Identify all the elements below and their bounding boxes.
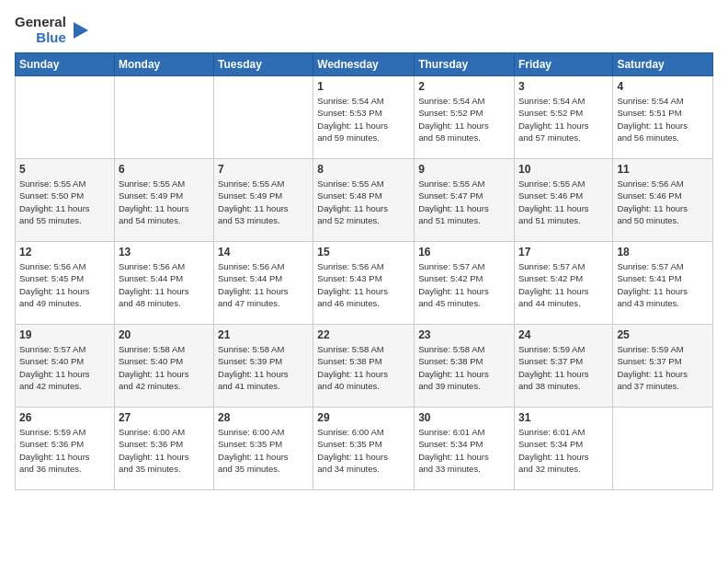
day-info: Sunrise: 5:55 AM Sunset: 5:50 PM Dayligh… — [19, 178, 110, 226]
calendar-cell: 11Sunrise: 5:56 AM Sunset: 5:46 PM Dayli… — [613, 159, 713, 242]
day-info: Sunrise: 5:54 AM Sunset: 5:52 PM Dayligh… — [518, 95, 609, 144]
day-number: 24 — [518, 328, 609, 341]
day-number: 26 — [19, 411, 110, 424]
calendar-cell: 21Sunrise: 5:58 AM Sunset: 5:39 PM Dayli… — [214, 325, 313, 408]
day-info: Sunrise: 5:55 AM Sunset: 5:48 PM Dayligh… — [317, 178, 410, 226]
calendar-cell: 17Sunrise: 5:57 AM Sunset: 5:42 PM Dayli… — [514, 242, 612, 325]
calendar-cell — [16, 76, 115, 159]
day-info: Sunrise: 6:01 AM Sunset: 5:34 PM Dayligh… — [518, 426, 609, 475]
day-info: Sunrise: 5:56 AM Sunset: 5:43 PM Dayligh… — [317, 260, 410, 309]
calendar-cell — [114, 76, 213, 159]
calendar-cell: 15Sunrise: 5:56 AM Sunset: 5:43 PM Dayli… — [313, 242, 415, 325]
day-number: 16 — [418, 246, 510, 259]
day-info: Sunrise: 5:55 AM Sunset: 5:47 PM Dayligh… — [418, 178, 510, 226]
weekday-header: Saturday — [613, 53, 713, 76]
day-number: 6 — [119, 163, 210, 176]
day-info: Sunrise: 5:57 AM Sunset: 5:41 PM Dayligh… — [617, 260, 709, 309]
calendar-week-row: 12Sunrise: 5:56 AM Sunset: 5:45 PM Dayli… — [16, 242, 713, 325]
logo-arrow-icon — [70, 20, 90, 40]
day-number: 4 — [617, 80, 709, 93]
calendar-cell: 16Sunrise: 5:57 AM Sunset: 5:42 PM Dayli… — [415, 242, 515, 325]
calendar-cell — [214, 76, 313, 159]
day-info: Sunrise: 5:56 AM Sunset: 5:44 PM Dayligh… — [218, 260, 309, 309]
day-number: 30 — [418, 411, 510, 424]
day-info: Sunrise: 6:00 AM Sunset: 5:35 PM Dayligh… — [218, 426, 309, 475]
calendar-week-row: 1Sunrise: 5:54 AM Sunset: 5:53 PM Daylig… — [16, 76, 713, 159]
day-number: 14 — [218, 246, 309, 259]
day-info: Sunrise: 5:56 AM Sunset: 5:46 PM Dayligh… — [617, 178, 709, 226]
calendar-cell: 14Sunrise: 5:56 AM Sunset: 5:44 PM Dayli… — [214, 242, 313, 325]
calendar-cell: 2Sunrise: 5:54 AM Sunset: 5:52 PM Daylig… — [415, 76, 515, 159]
day-number: 10 — [518, 163, 609, 176]
logo-blue: Blue — [36, 30, 66, 46]
day-info: Sunrise: 6:00 AM Sunset: 5:36 PM Dayligh… — [119, 426, 210, 475]
calendar-cell: 29Sunrise: 6:00 AM Sunset: 5:35 PM Dayli… — [313, 408, 415, 490]
calendar-cell: 4Sunrise: 5:54 AM Sunset: 5:51 PM Daylig… — [613, 76, 713, 159]
weekday-header: Wednesday — [313, 53, 415, 76]
day-number: 8 — [317, 163, 410, 176]
day-info: Sunrise: 5:58 AM Sunset: 5:39 PM Dayligh… — [218, 343, 309, 392]
page-header: General Blue — [15, 15, 713, 45]
calendar-cell: 27Sunrise: 6:00 AM Sunset: 5:36 PM Dayli… — [114, 408, 213, 490]
day-number: 25 — [617, 328, 709, 341]
day-number: 23 — [418, 328, 510, 341]
calendar-cell: 8Sunrise: 5:55 AM Sunset: 5:48 PM Daylig… — [313, 159, 415, 242]
day-info: Sunrise: 5:58 AM Sunset: 5:40 PM Dayligh… — [119, 343, 210, 392]
day-number: 18 — [617, 246, 709, 259]
day-info: Sunrise: 5:55 AM Sunset: 5:49 PM Dayligh… — [119, 178, 210, 226]
day-number: 5 — [19, 163, 110, 176]
logo-general: General — [15, 15, 66, 30]
calendar-cell: 20Sunrise: 5:58 AM Sunset: 5:40 PM Dayli… — [114, 325, 213, 408]
day-number: 1 — [317, 80, 410, 93]
calendar-cell: 31Sunrise: 6:01 AM Sunset: 5:34 PM Dayli… — [514, 408, 612, 490]
calendar-cell: 12Sunrise: 5:56 AM Sunset: 5:45 PM Dayli… — [16, 242, 115, 325]
day-info: Sunrise: 6:01 AM Sunset: 5:34 PM Dayligh… — [418, 426, 510, 475]
calendar-cell: 30Sunrise: 6:01 AM Sunset: 5:34 PM Dayli… — [415, 408, 515, 490]
day-info: Sunrise: 5:55 AM Sunset: 5:46 PM Dayligh… — [518, 178, 609, 226]
weekday-header: Thursday — [415, 53, 515, 76]
day-info: Sunrise: 5:54 AM Sunset: 5:52 PM Dayligh… — [418, 95, 510, 144]
day-number: 29 — [317, 411, 410, 424]
calendar-cell: 24Sunrise: 5:59 AM Sunset: 5:37 PM Dayli… — [514, 325, 612, 408]
calendar-cell: 1Sunrise: 5:54 AM Sunset: 5:53 PM Daylig… — [313, 76, 415, 159]
day-info: Sunrise: 5:59 AM Sunset: 5:37 PM Dayligh… — [617, 343, 709, 392]
calendar-cell: 6Sunrise: 5:55 AM Sunset: 5:49 PM Daylig… — [114, 159, 213, 242]
day-info: Sunrise: 5:59 AM Sunset: 5:37 PM Dayligh… — [518, 343, 609, 392]
day-number: 31 — [518, 411, 609, 424]
day-number: 21 — [218, 328, 309, 341]
day-number: 28 — [218, 411, 309, 424]
calendar-cell: 7Sunrise: 5:55 AM Sunset: 5:49 PM Daylig… — [214, 159, 313, 242]
day-info: Sunrise: 5:55 AM Sunset: 5:49 PM Dayligh… — [218, 178, 309, 226]
calendar-table: SundayMondayTuesdayWednesdayThursdayFrid… — [15, 52, 713, 490]
day-number: 2 — [418, 80, 510, 93]
day-number: 19 — [19, 328, 110, 341]
day-number: 12 — [19, 246, 110, 259]
calendar-cell: 25Sunrise: 5:59 AM Sunset: 5:37 PM Dayli… — [613, 325, 713, 408]
day-number: 9 — [418, 163, 510, 176]
day-info: Sunrise: 5:59 AM Sunset: 5:36 PM Dayligh… — [19, 426, 110, 475]
day-number: 22 — [317, 328, 410, 341]
day-number: 17 — [518, 246, 609, 259]
day-info: Sunrise: 5:56 AM Sunset: 5:44 PM Dayligh… — [119, 260, 210, 309]
day-info: Sunrise: 5:58 AM Sunset: 5:38 PM Dayligh… — [418, 343, 510, 392]
weekday-header: Monday — [114, 53, 213, 76]
day-info: Sunrise: 6:00 AM Sunset: 5:35 PM Dayligh… — [317, 426, 410, 475]
calendar-cell: 10Sunrise: 5:55 AM Sunset: 5:46 PM Dayli… — [514, 159, 612, 242]
calendar-cell: 23Sunrise: 5:58 AM Sunset: 5:38 PM Dayli… — [415, 325, 515, 408]
calendar-week-row: 26Sunrise: 5:59 AM Sunset: 5:36 PM Dayli… — [16, 408, 713, 490]
day-number: 20 — [119, 328, 210, 341]
day-info: Sunrise: 5:56 AM Sunset: 5:45 PM Dayligh… — [19, 260, 110, 309]
svg-marker-0 — [74, 22, 88, 39]
calendar-header-row: SundayMondayTuesdayWednesdayThursdayFrid… — [16, 53, 713, 76]
calendar-cell: 3Sunrise: 5:54 AM Sunset: 5:52 PM Daylig… — [514, 76, 612, 159]
calendar-cell: 9Sunrise: 5:55 AM Sunset: 5:47 PM Daylig… — [415, 159, 515, 242]
calendar-cell: 22Sunrise: 5:58 AM Sunset: 5:38 PM Dayli… — [313, 325, 415, 408]
calendar-week-row: 19Sunrise: 5:57 AM Sunset: 5:40 PM Dayli… — [16, 325, 713, 408]
day-info: Sunrise: 5:57 AM Sunset: 5:42 PM Dayligh… — [518, 260, 609, 309]
calendar-cell: 18Sunrise: 5:57 AM Sunset: 5:41 PM Dayli… — [613, 242, 713, 325]
day-info: Sunrise: 5:57 AM Sunset: 5:40 PM Dayligh… — [19, 343, 110, 392]
day-number: 27 — [119, 411, 210, 424]
calendar-week-row: 5Sunrise: 5:55 AM Sunset: 5:50 PM Daylig… — [16, 159, 713, 242]
calendar-cell: 26Sunrise: 5:59 AM Sunset: 5:36 PM Dayli… — [16, 408, 115, 490]
day-number: 7 — [218, 163, 309, 176]
